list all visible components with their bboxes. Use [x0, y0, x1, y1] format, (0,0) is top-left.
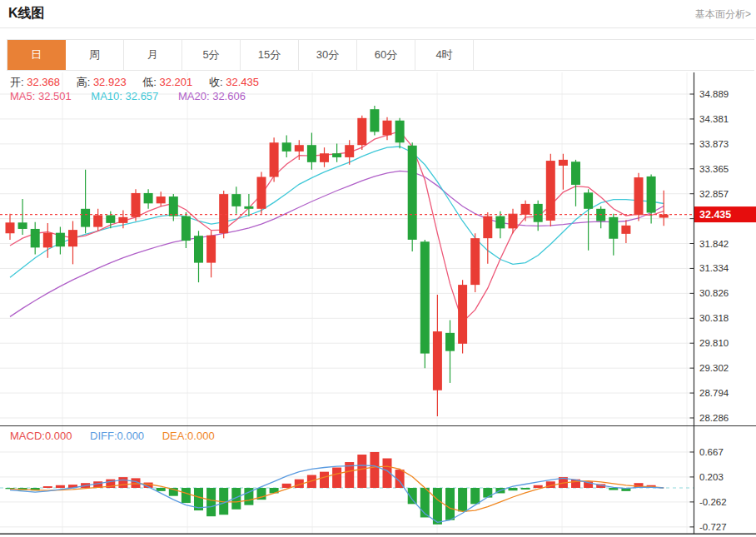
svg-text:32.857: 32.857 — [699, 189, 729, 199]
ma5-label: MA5: — [10, 90, 35, 102]
tab-day[interactable]: 日 — [7, 40, 66, 70]
ma10-line — [10, 147, 664, 277]
svg-text:33.873: 33.873 — [699, 139, 729, 149]
ma20-item: MA20: 32.606 — [178, 90, 246, 102]
period-tab-bar: 日 周 月 5分 15分 30分 60分 4时 — [7, 39, 754, 71]
tab-4hour[interactable]: 4时 — [415, 40, 474, 70]
macd-value: 0.000 — [45, 430, 72, 442]
ma20-label: MA20: — [178, 90, 210, 102]
low-value: 32.201 — [160, 76, 193, 88]
svg-text:-0.262: -0.262 — [699, 497, 727, 507]
dea-item: DEA:0.000 — [162, 430, 215, 442]
tab-30min[interactable]: 30分 — [299, 40, 357, 70]
macd-label: MACD: — [10, 430, 45, 442]
tab-5min[interactable]: 5分 — [182, 40, 241, 70]
svg-text:31.842: 31.842 — [699, 239, 729, 249]
svg-text:28.794: 28.794 — [699, 388, 729, 398]
ma5-item: MA5: 32.501 — [10, 90, 72, 102]
dea-label: DEA: — [162, 430, 187, 442]
close-label: 收: — [209, 76, 223, 88]
fundamental-analysis-link[interactable]: 基本面分析> — [695, 7, 751, 22]
tab-15min[interactable]: 15分 — [241, 40, 299, 70]
macd-item: MACD:0.000 — [10, 430, 72, 442]
svg-text:29.302: 29.302 — [699, 363, 729, 373]
tab-60min[interactable]: 60分 — [357, 40, 415, 70]
svg-text:-0.727: -0.727 — [699, 522, 727, 532]
page-title: K线图 — [8, 5, 45, 22]
low-item: 低: 32.201 — [142, 76, 192, 88]
diff-label: DIFF: — [90, 430, 117, 442]
svg-text:30.826: 30.826 — [699, 288, 729, 298]
ma10-value: 32.657 — [126, 90, 159, 102]
svg-text:31.334: 31.334 — [699, 263, 729, 273]
ohlc-legend: 开: 32.368 高: 32.923 低: 32.201 收: 32.435 — [10, 75, 272, 90]
svg-text:0.203: 0.203 — [699, 472, 724, 482]
tab-week[interactable]: 周 — [66, 40, 124, 70]
price-badge: 32.435 — [694, 206, 756, 222]
y-axis: 34.88934.38133.87333.36532.85732.34931.8… — [690, 72, 729, 534]
svg-text:29.810: 29.810 — [699, 338, 729, 348]
svg-text:30.318: 30.318 — [699, 313, 729, 323]
candles — [6, 106, 669, 416]
svg-text:34.889: 34.889 — [699, 89, 729, 99]
diff-item: DIFF:0.000 — [90, 430, 144, 442]
kline-page: K线图 基本面分析> 日 周 月 5分 15分 30分 60分 4时 34.88… — [0, 0, 756, 537]
macd-legend: MACD:0.000 DIFF:0.000 DEA:0.000 — [10, 430, 230, 442]
svg-text:33.365: 33.365 — [699, 164, 729, 174]
tab-month[interactable]: 月 — [124, 40, 182, 70]
ma10-item: MA10: 32.657 — [91, 90, 158, 102]
ma5-value: 32.501 — [38, 90, 72, 102]
ma-legend: MA5: 32.501 MA10: 32.657 MA20: 32.606 — [10, 90, 262, 102]
ma20-value: 32.606 — [212, 90, 246, 102]
close-item: 收: 32.435 — [209, 76, 259, 88]
title-divider — [0, 27, 756, 28]
close-value: 32.435 — [226, 76, 259, 88]
open-value: 32.368 — [27, 76, 60, 88]
svg-text:28.286: 28.286 — [699, 413, 729, 423]
svg-text:0.667: 0.667 — [699, 447, 724, 457]
high-item: 高: 32.923 — [77, 76, 127, 88]
low-label: 低: — [142, 76, 157, 88]
candlestick-macd-chart[interactable]: 34.88934.38133.87333.36532.85732.34931.8… — [0, 71, 756, 537]
high-label: 高: — [77, 76, 91, 88]
svg-text:32.435: 32.435 — [699, 209, 731, 221]
svg-text:34.381: 34.381 — [699, 114, 729, 124]
open-label: 开: — [10, 76, 24, 88]
high-value: 32.923 — [93, 76, 127, 88]
open-item: 开: 32.368 — [10, 76, 60, 88]
diff-value: 0.000 — [117, 430, 145, 442]
ma10-label: MA10: — [91, 90, 122, 102]
dea-value: 0.000 — [187, 430, 215, 442]
